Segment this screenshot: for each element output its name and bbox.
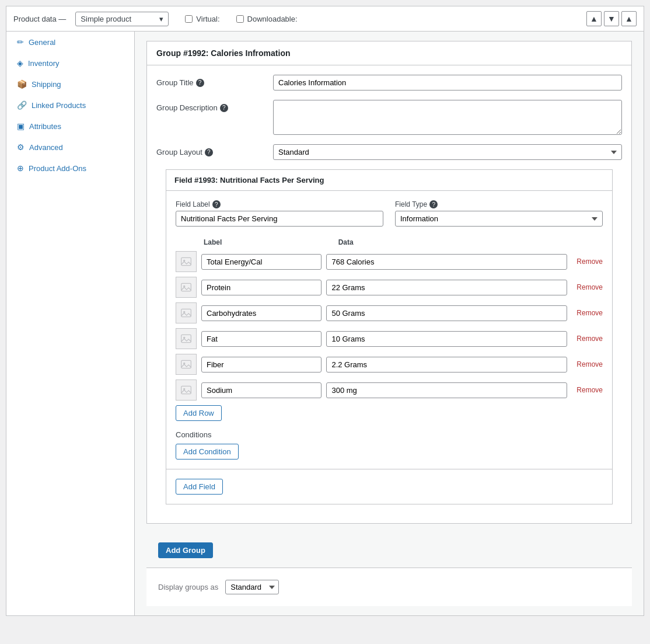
field-header: Field #1993: Nutritional Facts Per Servi… [166, 170, 612, 191]
add-field-row: Add Field [166, 469, 612, 504]
inventory-icon: ◈ [17, 58, 23, 68]
group-description-help-icon[interactable]: ? [220, 104, 228, 112]
row-data-input-0[interactable] [326, 254, 567, 270]
info-row: Remove [176, 328, 603, 349]
field-section: Field #1993: Nutritional Facts Per Servi… [166, 169, 613, 504]
display-groups-label: Display groups as [158, 583, 218, 591]
product-data-label: Product data — [13, 15, 66, 23]
sidebar-item-shipping-label: Shipping [32, 80, 61, 89]
svg-rect-10 [181, 386, 191, 394]
row-label-input-2[interactable] [201, 305, 321, 321]
link-icon: 🔗 [17, 100, 27, 110]
col-data-header: Data [334, 238, 598, 246]
info-row: Remove [176, 354, 603, 375]
downloadable-checkbox[interactable] [236, 15, 244, 23]
group-layout-label: Group Layout ? [156, 144, 273, 156]
field-type-select[interactable]: Information Text Textarea Select [395, 211, 603, 227]
expand-button[interactable]: ▲ [621, 11, 637, 26]
row-label-input-1[interactable] [201, 280, 321, 295]
field-meta-row: Field Label ? Field Type ? [176, 200, 603, 227]
group-description-input[interactable] [273, 100, 622, 135]
row-data-input-5[interactable] [326, 382, 567, 398]
row-remove-3[interactable]: Remove [572, 335, 603, 343]
row-label-input-5[interactable] [201, 382, 321, 398]
wrench-icon: ✏ [17, 37, 24, 47]
group-title-input[interactable] [273, 75, 622, 90]
row-label-2 [201, 305, 321, 321]
row-image-placeholder-2 [176, 302, 197, 323]
sidebar-item-product-add-ons-label: Product Add-Ons [29, 164, 86, 173]
row-label-input-4[interactable] [201, 357, 321, 373]
collapse-up-button[interactable]: ▲ [586, 11, 602, 26]
sidebar-item-linked-products[interactable]: 🔗 Linked Products [6, 95, 134, 116]
row-remove-2[interactable]: Remove [572, 309, 603, 317]
group-section: Group #1992: Calories Infromation Group … [146, 41, 632, 524]
sidebar-item-product-add-ons[interactable]: ⊕ Product Add-Ons [6, 158, 134, 179]
row-label-3 [201, 331, 321, 347]
row-data-1 [326, 280, 567, 295]
product-type-value: Simple product [81, 15, 131, 23]
info-row: Remove [176, 302, 603, 323]
row-label-input-3[interactable] [201, 331, 321, 347]
row-data-input-2[interactable] [326, 305, 567, 321]
sidebar-item-linked-products-label: Linked Products [32, 101, 86, 110]
display-groups-row: Display groups as Standard Tabs Accordio… [146, 568, 632, 606]
product-type-select[interactable]: Simple product ▾ [75, 12, 169, 26]
conditions-section: Conditions Add Condition [176, 430, 603, 459]
svg-rect-6 [181, 335, 191, 342]
sidebar-item-shipping[interactable]: 📦 Shipping [6, 74, 134, 95]
row-remove-5[interactable]: Remove [572, 386, 603, 394]
row-image-placeholder-1 [176, 277, 197, 298]
row-remove-1[interactable]: Remove [572, 283, 603, 291]
row-image-placeholder-3 [176, 328, 197, 349]
field-label-input[interactable] [176, 211, 383, 227]
row-data-3 [326, 331, 567, 347]
info-row: Remove [176, 251, 603, 272]
info-row: Remove [176, 277, 603, 298]
row-data-input-1[interactable] [326, 280, 567, 295]
downloadable-label: Downloadable: [247, 15, 298, 23]
field-type-label: Field Type ? [395, 200, 603, 208]
row-remove-4[interactable]: Remove [572, 360, 603, 368]
conditions-label: Conditions [176, 430, 603, 439]
collapse-down-button[interactable]: ▼ [604, 11, 619, 26]
sidebar-item-attributes[interactable]: ▣ Attributes [6, 116, 134, 137]
gear-icon: ⚙ [17, 142, 25, 152]
sidebar-item-advanced-label: Advanced [29, 143, 63, 152]
row-label-1 [201, 280, 321, 295]
group-layout-select[interactable]: Standard Grid List [273, 144, 622, 160]
sidebar-item-advanced[interactable]: ⚙ Advanced [6, 137, 134, 158]
virtual-checkbox[interactable] [185, 15, 193, 23]
row-data-input-4[interactable] [326, 357, 567, 373]
sidebar-item-general[interactable]: ✏ General [6, 32, 134, 53]
field-type-help-icon[interactable]: ? [429, 200, 438, 208]
sidebar-item-inventory[interactable]: ◈ Inventory [6, 53, 134, 74]
sidebar: ✏ General ◈ Inventory 📦 Shipping 🔗 Linke… [6, 32, 135, 615]
group-title-row: Group Title ? [156, 75, 622, 90]
field-label-help-icon[interactable]: ? [212, 200, 221, 208]
row-data-2 [326, 305, 567, 321]
field-label-item: Field Label ? [176, 200, 383, 227]
add-condition-button[interactable]: Add Condition [176, 444, 239, 459]
attributes-icon: ▣ [17, 121, 25, 131]
sidebar-item-general-label: General [29, 38, 55, 47]
group-layout-row: Group Layout ? Standard Grid List [156, 144, 622, 160]
add-row-button[interactable]: Add Row [176, 405, 222, 421]
add-group-button[interactable]: Add Group [158, 542, 213, 558]
add-field-button[interactable]: Add Field [176, 479, 223, 495]
row-image-placeholder-4 [176, 354, 197, 375]
group-layout-help-icon[interactable]: ? [205, 148, 213, 156]
display-groups-select[interactable]: Standard Tabs Accordion [225, 580, 279, 594]
svg-rect-8 [181, 360, 191, 368]
row-label-input-0[interactable] [201, 254, 321, 270]
group-title-help-icon[interactable]: ? [196, 79, 204, 87]
row-remove-0[interactable]: Remove [572, 257, 603, 266]
info-table-header: Label Data [176, 236, 603, 249]
row-data-input-3[interactable] [326, 331, 567, 347]
info-rows-container: Remove Remove [176, 251, 603, 401]
row-data-4 [326, 357, 567, 373]
main-content: Group #1992: Calories Infromation Group … [135, 32, 644, 615]
field-type-item: Field Type ? Information Text Textarea S… [395, 200, 603, 227]
chevron-down-icon: ▾ [159, 15, 163, 23]
shipping-icon: 📦 [17, 79, 27, 89]
